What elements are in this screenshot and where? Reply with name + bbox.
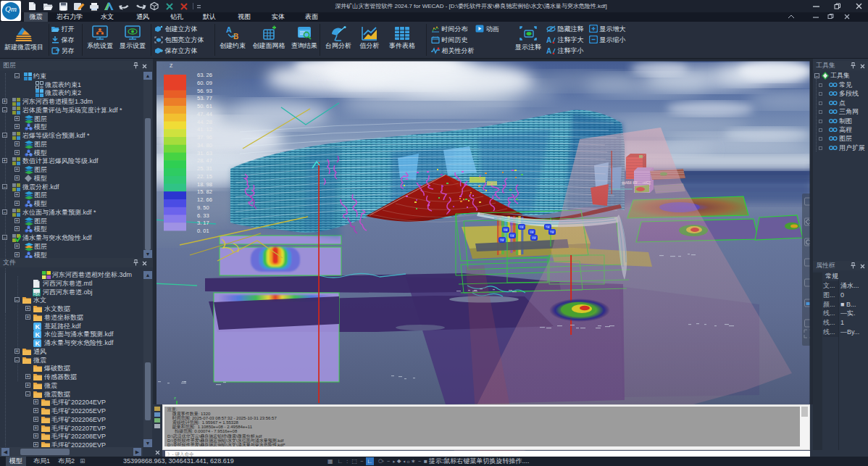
svg-text:A: A bbox=[546, 36, 551, 43]
svg-text:K: K bbox=[36, 323, 41, 330]
svg-text:z: z bbox=[174, 396, 176, 400]
svg-text:12. 66: 12. 66 bbox=[197, 196, 212, 203]
svg-text:26Α: 26Α bbox=[500, 239, 504, 242]
svg-text:Z: Z bbox=[170, 63, 173, 68]
svg-text:0. 01: 0. 01 bbox=[197, 228, 209, 234]
svg-text:41Α: 41Α bbox=[532, 237, 535, 240]
svg-text:56. 93: 56. 93 bbox=[197, 88, 212, 94]
svg-text:61Α: 61Α bbox=[519, 226, 523, 229]
svg-text:9. 50: 9. 50 bbox=[197, 204, 209, 211]
svg-text:31. 63: 31. 63 bbox=[197, 150, 212, 157]
svg-text:A: A bbox=[546, 47, 551, 54]
svg-text:34. 80: 34. 80 bbox=[197, 142, 212, 149]
svg-text:70Α: 70Α bbox=[546, 226, 549, 229]
svg-text:53. 77: 53. 77 bbox=[197, 95, 212, 101]
svg-text:18. 98: 18. 98 bbox=[197, 181, 212, 188]
svg-text:28. 47: 28. 47 bbox=[197, 157, 212, 164]
svg-text:63. 26: 63. 26 bbox=[197, 72, 212, 78]
svg-text:50. 61: 50. 61 bbox=[197, 103, 212, 109]
svg-text:25. 31: 25. 31 bbox=[197, 165, 212, 172]
svg-text:47. 44: 47. 44 bbox=[197, 111, 212, 117]
svg-text:15. 82: 15. 82 bbox=[197, 188, 212, 195]
svg-text:68Α: 68Α bbox=[504, 229, 507, 232]
svg-text:6. 33: 6. 33 bbox=[197, 212, 209, 219]
svg-text:60. 09: 60. 09 bbox=[197, 80, 212, 86]
svg-text:K: K bbox=[36, 340, 41, 347]
svg-text:37. 96: 37. 96 bbox=[197, 134, 212, 141]
svg-text:K: K bbox=[36, 331, 41, 338]
svg-text:62Α: 62Α bbox=[510, 235, 514, 238]
svg-text:41. 12: 41. 12 bbox=[197, 126, 212, 133]
svg-text:44Α: 44Α bbox=[530, 231, 533, 234]
svg-text:44. 28: 44. 28 bbox=[197, 119, 212, 125]
svg-text:A: A bbox=[226, 25, 232, 34]
svg-text:22. 15: 22. 15 bbox=[197, 173, 212, 180]
svg-text:3. 17: 3. 17 bbox=[197, 220, 209, 226]
svg-text:73Α: 73Α bbox=[550, 231, 554, 234]
